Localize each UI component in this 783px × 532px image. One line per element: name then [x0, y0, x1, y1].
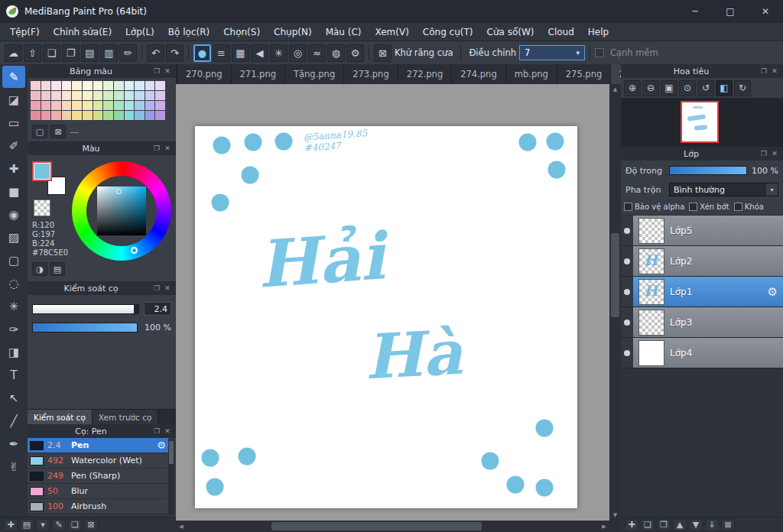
layer-thumbnail[interactable] [638, 279, 664, 305]
brush-shape-triangle-icon[interactable]: ◀ [251, 44, 268, 62]
palette-swatch[interactable] [51, 81, 61, 90]
canvas[interactable]: @5anna19.85 #40247 Hải Hà [195, 126, 577, 508]
brush-shape-scatter-icon[interactable]: ✳ [270, 44, 288, 62]
palette-swatch[interactable] [62, 101, 72, 110]
layer-row[interactable]: Lớp4 ⚙ [621, 338, 783, 368]
dot-pen-tool[interactable]: ✐ [2, 135, 25, 157]
layer-visibility-dot[interactable] [624, 320, 630, 326]
pen-tool[interactable]: ✒ [2, 433, 25, 455]
eraser-tool[interactable]: ◪ [2, 89, 25, 111]
text-tool[interactable]: T [2, 364, 25, 386]
brush-shape-circle-icon[interactable]: ● [193, 44, 211, 62]
layer-row[interactable]: Lớp5 ⚙ [621, 216, 783, 246]
color-wheel-mode-icon[interactable]: ◑ [32, 262, 47, 276]
palette-swatch[interactable] [51, 101, 61, 110]
palette-swatch[interactable] [135, 81, 145, 90]
brush-row[interactable]: 492 Watercolor (Wet) ⚙ [28, 453, 168, 469]
palette-swatch[interactable] [93, 81, 103, 90]
delete-layer-icon[interactable]: ⊠ [721, 519, 735, 531]
move-layer-down-icon[interactable]: ▼ [689, 519, 703, 531]
brush-opacity-slider[interactable] [32, 323, 138, 332]
rect-tool[interactable]: ▭ [2, 112, 25, 134]
close-panel-icon[interactable]: ✕ [769, 150, 780, 157]
team-comment-icon[interactable]: ❐ [62, 44, 80, 62]
brush-settings-gear-icon[interactable]: ⚙ [157, 440, 166, 451]
menu-item[interactable]: Cửa sổ(W) [480, 23, 541, 41]
canvas-viewport[interactable]: @5anna19.85 #40247 Hải Hà [176, 84, 609, 521]
layer-settings-gear-icon[interactable]: ⚙ [768, 285, 778, 299]
layer-visibility-dot[interactable] [624, 289, 630, 295]
brush-tool[interactable]: ✎ [2, 66, 25, 88]
layer-option-checkbox[interactable] [624, 203, 632, 211]
layer-thumbnail[interactable] [638, 218, 664, 244]
popup-panel-icon[interactable]: ❐ [759, 150, 769, 157]
menu-item[interactable]: Cloud [541, 23, 581, 41]
delete-brush-icon[interactable]: ⊠ [84, 519, 98, 531]
color-slider-mode-icon[interactable]: ▤ [50, 262, 65, 276]
panel-tab[interactable]: Xem trước cọ [93, 410, 159, 424]
medibang-cloud-icon[interactable]: ☁ [5, 44, 22, 62]
fill-rect-tool[interactable]: ■ [2, 180, 25, 203]
minimize-button[interactable]: ─ [677, 0, 713, 23]
zoom-in-icon[interactable]: ⊕ [624, 80, 641, 96]
palette-swatch[interactable] [135, 91, 145, 100]
layer-row[interactable]: Lớp2 ⚙ [621, 246, 783, 277]
palette-swatch[interactable] [135, 111, 145, 120]
palette-swatch[interactable] [103, 101, 113, 110]
palette-swatch[interactable] [72, 101, 82, 110]
palette-swatch[interactable] [103, 91, 113, 100]
layer-opacity-slider[interactable] [669, 166, 747, 175]
palette-swatch[interactable] [114, 101, 124, 110]
palette-swatch[interactable] [155, 101, 165, 110]
vertical-scroll-thumb[interactable] [611, 233, 619, 317]
document-tab[interactable]: 273.png [344, 64, 398, 84]
brush-menu-icon[interactable]: ▾ [36, 519, 50, 531]
palette-swatch[interactable] [62, 91, 72, 100]
adjust-dropdown[interactable]: 7 ▾ [519, 45, 585, 60]
delete-palette-color-icon[interactable]: ⊠ [50, 125, 66, 138]
palette-swatch[interactable] [125, 91, 135, 100]
brush-list-scrollbar[interactable] [168, 440, 174, 515]
popup-panel-icon[interactable]: ❐ [151, 427, 162, 435]
palette-swatch[interactable] [145, 101, 155, 110]
palette-swatch[interactable] [41, 111, 51, 120]
merge-layer-icon[interactable]: ⇓ [705, 519, 719, 531]
scroll-right-icon[interactable]: ▶ [599, 521, 609, 532]
palette-swatch[interactable] [51, 111, 61, 120]
menu-item[interactable]: Bộ lọc(R) [161, 23, 216, 41]
canvas-list-icon[interactable]: ▥ [100, 44, 118, 62]
layer-option[interactable]: Xén bớt [689, 203, 729, 211]
document-tab[interactable]: 270.png [177, 64, 232, 84]
brush-row[interactable]: 100 Airbrush ⚙ [28, 499, 168, 514]
palette-swatch[interactable] [72, 81, 82, 90]
edit-brush-icon[interactable]: ✎ [52, 519, 66, 531]
operation-tool[interactable]: ↖ [2, 387, 25, 409]
add-brush-icon[interactable]: ✚ [4, 519, 18, 531]
blend-mode-dropdown[interactable]: Bình thường ▾ [669, 183, 778, 196]
close-panel-icon[interactable]: ✕ [162, 427, 173, 435]
soft-edge-checkbox[interactable] [595, 48, 604, 57]
maximize-button[interactable]: □ [713, 0, 748, 23]
close-button[interactable]: ✕ [748, 0, 783, 23]
layer-thumbnail[interactable] [638, 340, 664, 366]
menu-item[interactable]: Màu (C) [319, 23, 369, 41]
layer-thumbnail[interactable] [638, 310, 664, 336]
duplicate-layer-icon[interactable]: ❐ [657, 519, 671, 531]
sv-indicator[interactable] [116, 189, 122, 194]
brush-shape-grid-icon[interactable]: ▦ [232, 44, 249, 62]
select-eraser-tool[interactable]: ◨ [2, 341, 25, 363]
comment-icon[interactable]: ❏ [43, 44, 60, 62]
navigator-preview[interactable] [621, 98, 783, 147]
flip-horizontal-icon[interactable]: ◧ [716, 80, 733, 96]
move-layer-up-icon[interactable]: ▲ [673, 519, 687, 531]
zoom-out-icon[interactable]: ⊖ [642, 80, 659, 96]
document-tab[interactable]: Tặng.png [285, 64, 344, 84]
layer-option-checkbox[interactable] [734, 203, 742, 211]
vertical-scrollbar[interactable]: ▲ ▼ [609, 84, 621, 521]
layer-option[interactable]: Khóa [734, 203, 764, 211]
layer-visibility-dot[interactable] [624, 350, 630, 356]
horizontal-scroll-thumb[interactable] [271, 522, 482, 530]
horizontal-scrollbar[interactable]: ◀ ▶ [176, 521, 609, 532]
palette-swatch[interactable] [155, 91, 165, 100]
document-tab[interactable]: 272.png [398, 64, 453, 84]
